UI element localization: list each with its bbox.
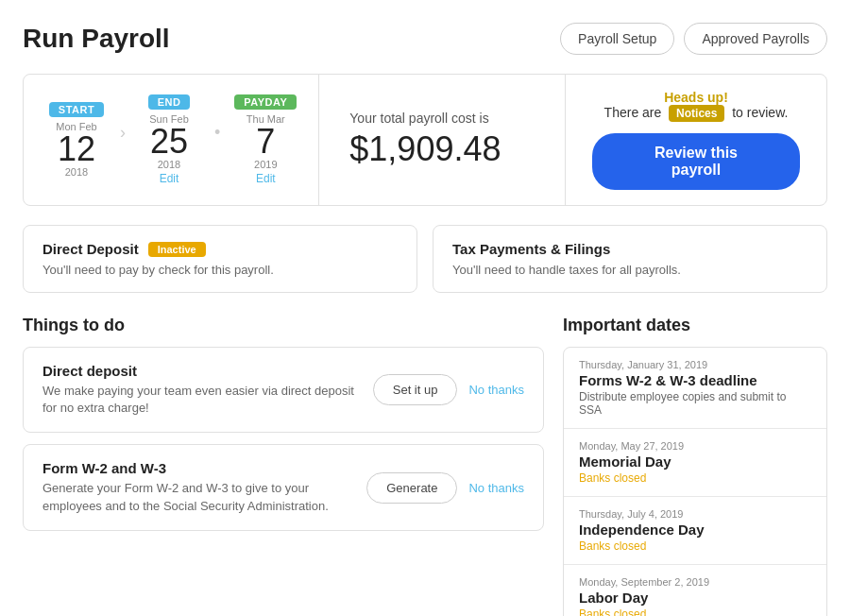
end-date-edit[interactable]: Edit [160, 172, 179, 185]
dates-list: Thursday, January 31, 2019 Forms W-2 & W… [563, 347, 827, 616]
page-container: Run Payroll Payroll Setup Approved Payro… [0, 0, 850, 616]
set-it-up-button[interactable]: Set it up [373, 374, 458, 405]
date-item-w2-deadline-day: Thursday, January 31, 2019 [579, 359, 811, 370]
todo-card-direct-deposit-title: Direct deposit [42, 363, 358, 379]
date-item-memorial-day-name: Memorial Day [579, 453, 811, 470]
todo-card-w2-actions: Generate No thanks [366, 472, 524, 504]
todo-card-direct-deposit-left: Direct deposit We make paying your team … [42, 363, 358, 417]
payroll-dates: START Mon Feb 12 2018 › END Sun Feb 25 2… [24, 75, 319, 205]
end-date-block: END Sun Feb 25 2018 Edit [135, 94, 203, 185]
end-date-number: 25 [150, 125, 188, 159]
info-card-tax-header: Tax Payments & Filings [452, 241, 808, 257]
info-card-direct-deposit-header: Direct Deposit Inactive [42, 241, 398, 257]
date-item-independence-day: Thursday, July 4, 2019 Independence Day … [564, 497, 826, 565]
info-card-direct-deposit-desc: You'll need to pay by check for this pay… [42, 263, 398, 277]
page-title: Run Payroll [23, 24, 170, 54]
total-label: Your total payroll cost is [349, 111, 535, 126]
heads-up-text: Heads up! There are Notices to review. [604, 90, 789, 122]
payroll-total: Your total payroll cost is $1,909.48 [319, 75, 566, 205]
start-date-number: 12 [58, 132, 95, 166]
main-content: Things to do Direct deposit We make payi… [23, 316, 827, 616]
date-item-labor-day: Monday, September 2, 2019 Labor Day Bank… [564, 565, 826, 616]
payroll-card: START Mon Feb 12 2018 › END Sun Feb 25 2… [23, 74, 827, 206]
end-year: 2018 [158, 159, 180, 170]
date-item-labor-day-banks: Banks closed [579, 607, 811, 616]
heads-up-title: Heads up! [664, 90, 728, 105]
info-card-tax-desc: You'll need to handle taxes for all payr… [452, 263, 808, 277]
review-payroll-button[interactable]: Review this payroll [592, 133, 800, 190]
end-payday-separator: • [214, 123, 220, 158]
notice-text-before: There are [604, 105, 662, 120]
important-dates-section: Important dates Thursday, January 31, 20… [563, 316, 827, 616]
date-item-memorial-day: Monday, May 27, 2019 Memorial Day Banks … [564, 429, 826, 497]
info-card-tax-title: Tax Payments & Filings [452, 241, 610, 257]
date-item-labor-day-name: Labor Day [579, 590, 811, 606]
payroll-setup-button[interactable]: Payroll Setup [560, 23, 674, 55]
payday-date-edit[interactable]: Edit [256, 172, 276, 185]
date-item-independence-day-day: Thursday, July 4, 2019 [579, 508, 811, 520]
payday-label: PAYDAY [234, 94, 297, 110]
things-to-do-title: Things to do [23, 316, 544, 335]
start-label: START [49, 102, 104, 117]
info-cards: Direct Deposit Inactive You'll need to p… [23, 225, 827, 293]
approved-payrolls-button[interactable]: Approved Payrolls [684, 23, 827, 55]
w2-no-thanks-button[interactable]: No thanks [468, 481, 524, 495]
generate-button[interactable]: Generate [366, 472, 457, 504]
important-dates-title: Important dates [563, 316, 827, 335]
todo-card-direct-deposit-desc: We make paying your team even easier via… [42, 383, 358, 417]
payday-date-number: 7 [256, 125, 275, 159]
info-card-tax: Tax Payments & Filings You'll need to ha… [433, 225, 827, 293]
total-amount: $1,909.48 [349, 129, 535, 169]
start-year: 2018 [65, 166, 88, 178]
todo-card-w2: Form W-2 and W-3 Generate your Form W-2 … [23, 444, 544, 530]
info-card-direct-deposit: Direct Deposit Inactive You'll need to p… [23, 225, 417, 293]
info-card-direct-deposit-title: Direct Deposit [42, 241, 139, 257]
inactive-badge: Inactive [148, 242, 206, 257]
todo-card-w2-title: Form W-2 and W-3 [42, 460, 351, 476]
date-item-independence-day-name: Independence Day [579, 522, 811, 538]
date-item-w2-deadline: Thursday, January 31, 2019 Forms W-2 & W… [564, 348, 826, 429]
date-item-w2-deadline-name: Forms W-2 & W-3 deadline [579, 372, 811, 388]
header-buttons: Payroll Setup Approved Payrolls [560, 23, 827, 55]
date-item-independence-day-banks: Banks closed [579, 539, 811, 553]
payday-date-block: PAYDAY Thu Mar 7 2019 Edit [231, 94, 299, 185]
start-date-block: START Mon Feb 12 2018 [42, 102, 110, 178]
payday-year: 2019 [254, 159, 277, 170]
payroll-action: Heads up! There are Notices to review. R… [566, 75, 826, 205]
date-item-memorial-day-banks: Banks closed [579, 471, 811, 485]
todo-card-direct-deposit-actions: Set it up No thanks [373, 374, 524, 405]
todo-card-direct-deposit: Direct deposit We make paying your team … [23, 347, 544, 433]
date-item-memorial-day-day: Monday, May 27, 2019 [579, 440, 811, 452]
todo-card-w2-desc: Generate your Form W-2 and W-3 to give t… [42, 480, 351, 514]
things-to-do-section: Things to do Direct deposit We make payi… [23, 316, 544, 616]
end-label: END [148, 94, 191, 110]
date-item-w2-deadline-sub: Distribute employee copies and submit to… [579, 390, 811, 417]
todo-card-w2-left: Form W-2 and W-3 Generate your Form W-2 … [42, 460, 351, 514]
notices-badge[interactable]: Notices [669, 105, 724, 122]
date-item-labor-day-day: Monday, September 2, 2019 [579, 576, 811, 588]
header: Run Payroll Payroll Setup Approved Payro… [23, 23, 827, 55]
direct-deposit-no-thanks-button[interactable]: No thanks [468, 383, 524, 397]
start-end-separator: › [120, 123, 126, 158]
notice-text-after: to review. [732, 105, 788, 120]
